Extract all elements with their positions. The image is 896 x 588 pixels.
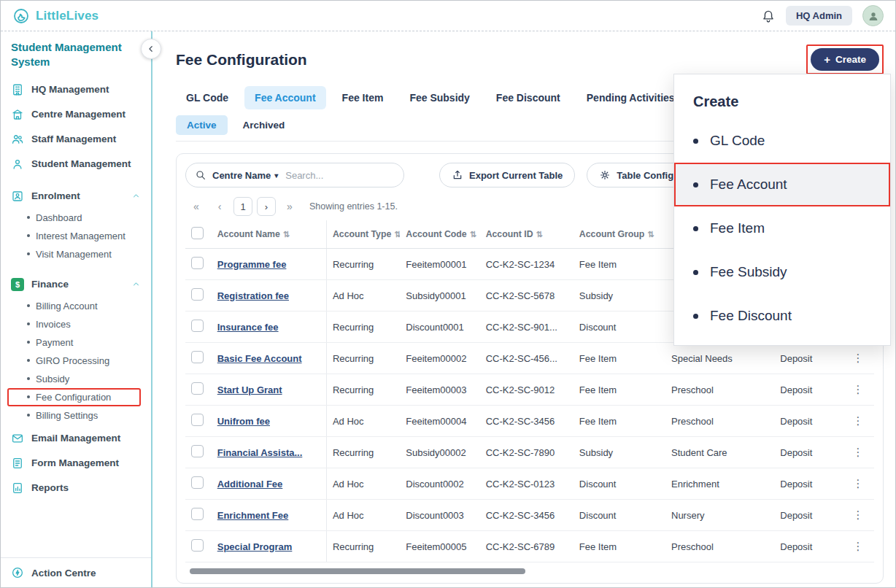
- sort-icon[interactable]: ⇅: [536, 230, 543, 239]
- next-page-button[interactable]: ›: [257, 197, 276, 216]
- row-actions-kebab[interactable]: ⋮: [842, 500, 874, 531]
- column-header-account-code[interactable]: Account Code⇅: [400, 220, 479, 249]
- account-name-link[interactable]: Basic Fee Account: [217, 353, 302, 364]
- tab-fee-account[interactable]: Fee Account: [244, 86, 326, 109]
- row-checkbox[interactable]: [191, 351, 204, 363]
- column-header-account-id[interactable]: Account ID⇅: [480, 220, 573, 249]
- row-checkbox[interactable]: [191, 320, 204, 332]
- last-page-button[interactable]: »: [280, 197, 299, 216]
- sidebar-item-subsidy[interactable]: Subsidy: [1, 370, 151, 388]
- brand-name: LittleLives: [36, 9, 99, 23]
- cell-group: Discount: [573, 468, 665, 500]
- create-menu-item-gl-code[interactable]: GL Code: [674, 119, 890, 163]
- column-header-account-type[interactable]: Account Type⇅: [326, 220, 400, 249]
- sidebar-item-interest-management[interactable]: Interest Management: [1, 227, 151, 245]
- cell-id: CC-K2-SC-6789: [480, 531, 573, 562]
- tab-fee-discount[interactable]: Fee Discount: [486, 86, 571, 109]
- cell-group: Fee Item: [573, 249, 665, 280]
- row-actions-kebab[interactable]: ⋮: [842, 374, 874, 406]
- select-all-checkbox[interactable]: [191, 227, 204, 239]
- sidebar-item-fee-configuration[interactable]: Fee Configuration: [7, 388, 141, 406]
- subtab-active[interactable]: Active: [176, 115, 228, 135]
- row-checkbox[interactable]: [191, 288, 204, 301]
- sidebar-item-billing-account[interactable]: Billing Account: [1, 297, 151, 315]
- create-menu-item-fee-account[interactable]: Fee Account: [674, 163, 890, 206]
- cell-code: Discount0003: [400, 500, 479, 531]
- sidebar-item-centre-management[interactable]: Centre Management: [1, 102, 151, 127]
- centre-name-filter[interactable]: Centre Name ▾: [212, 170, 278, 181]
- avatar[interactable]: [862, 5, 884, 26]
- search-box[interactable]: Centre Name ▾: [185, 163, 404, 187]
- sort-icon[interactable]: ⇅: [470, 230, 476, 239]
- first-page-button[interactable]: «: [187, 197, 206, 216]
- create-button-label: Create: [835, 54, 866, 65]
- bullet-icon: [27, 395, 30, 398]
- horizontal-scrollbar[interactable]: [190, 568, 525, 574]
- row-checkbox[interactable]: [191, 445, 204, 457]
- account-name-link[interactable]: Enrichment Fee: [217, 510, 289, 521]
- email-icon: [11, 432, 24, 445]
- create-button[interactable]: + Create: [811, 48, 879, 71]
- sidebar-item-reports[interactable]: Reports: [1, 476, 151, 500]
- sidebar-item-giro-processing[interactable]: GIRO Processing: [1, 352, 151, 370]
- create-menu-item-fee-discount[interactable]: Fee Discount: [674, 294, 890, 338]
- search-input[interactable]: [284, 169, 395, 182]
- sidebar-item-student-management[interactable]: Student Management: [1, 152, 151, 177]
- row-actions-kebab[interactable]: ⋮: [842, 343, 874, 374]
- account-name-link[interactable]: Registration fee: [217, 290, 289, 301]
- export-button[interactable]: Export Current Table: [439, 163, 575, 187]
- tab-fee-item[interactable]: Fee Item: [332, 86, 394, 109]
- tab-gl-code[interactable]: GL Code: [176, 86, 239, 109]
- row-checkbox[interactable]: [191, 414, 204, 426]
- account-name-link[interactable]: Financial Assista...: [217, 447, 303, 458]
- column-header-account-group[interactable]: Account Group⇅: [573, 220, 665, 249]
- notification-bell-icon[interactable]: [761, 9, 776, 23]
- tab-fee-subsidy[interactable]: Fee Subsidy: [399, 86, 479, 109]
- showing-entries-text: Showing entries 1-15.: [309, 201, 398, 212]
- sort-icon[interactable]: ⇅: [647, 230, 654, 239]
- user-role-badge[interactable]: HQ Admin: [786, 6, 852, 26]
- bullet-icon: [27, 216, 30, 219]
- sidebar-item-hq-management[interactable]: HQ Management: [1, 77, 151, 102]
- row-checkbox[interactable]: [191, 257, 204, 269]
- tab-pending-activities[interactable]: Pending Activities: [576, 86, 685, 109]
- column-header-account-name[interactable]: Account Name⇅: [212, 220, 327, 249]
- account-name-link[interactable]: Additional Fee: [217, 479, 283, 490]
- sidebar-item-payment[interactable]: Payment: [1, 333, 151, 352]
- row-checkbox[interactable]: [191, 382, 204, 395]
- row-actions-kebab[interactable]: ⋮: [842, 437, 874, 468]
- sidebar-item-email-management[interactable]: Email Management: [1, 426, 151, 451]
- account-name-link[interactable]: Start Up Grant: [217, 384, 282, 395]
- row-checkbox[interactable]: [191, 508, 204, 520]
- sidebar-item-finance[interactable]: $Finance: [1, 272, 151, 297]
- sidebar-item-dashboard[interactable]: Dashboard: [1, 209, 151, 227]
- create-menu-item-fee-item[interactable]: Fee Item: [674, 206, 890, 250]
- row-checkbox[interactable]: [191, 539, 204, 552]
- subtab-archived[interactable]: Archived: [232, 115, 296, 135]
- row-actions-kebab[interactable]: ⋮: [842, 468, 874, 500]
- cell-type: Ad Hoc: [326, 468, 400, 500]
- account-name-link[interactable]: Insurance fee: [217, 322, 279, 333]
- row-actions-kebab[interactable]: ⋮: [842, 531, 874, 562]
- sidebar-item-staff-management[interactable]: Staff Management: [1, 127, 151, 152]
- account-name-link[interactable]: Programme fee: [217, 259, 287, 270]
- sort-icon[interactable]: ⇅: [283, 230, 290, 239]
- sidebar-item-invoices[interactable]: Invoices: [1, 315, 151, 333]
- create-menu-item-fee-subsidy[interactable]: Fee Subsidy: [674, 250, 890, 294]
- table-config-button[interactable]: Table Config: [587, 163, 686, 187]
- sidebar-item-action-centre[interactable]: Action Centre: [1, 557, 151, 588]
- sidebar-item-billing-settings[interactable]: Billing Settings: [1, 406, 151, 425]
- account-name-link[interactable]: Unifrom fee: [217, 416, 270, 427]
- current-page[interactable]: 1: [233, 197, 252, 216]
- sidebar-item-visit-management[interactable]: Visit Management: [1, 245, 151, 263]
- sidebar-collapse-button[interactable]: [141, 39, 161, 59]
- prev-page-button[interactable]: ‹: [210, 197, 229, 216]
- sidebar-item-enrolment[interactable]: Enrolment: [1, 184, 151, 209]
- sidebar-item-form-management[interactable]: Form Management: [1, 451, 151, 476]
- account-name-link[interactable]: Special Program: [217, 541, 293, 552]
- sort-icon[interactable]: ⇅: [394, 230, 400, 239]
- row-actions-kebab[interactable]: ⋮: [842, 406, 874, 437]
- cell-group: Discount: [573, 500, 665, 531]
- table-row: Unifrom feeAd HocFeeitem00004CC-K2-SC-34…: [185, 406, 874, 437]
- row-checkbox[interactable]: [191, 476, 204, 489]
